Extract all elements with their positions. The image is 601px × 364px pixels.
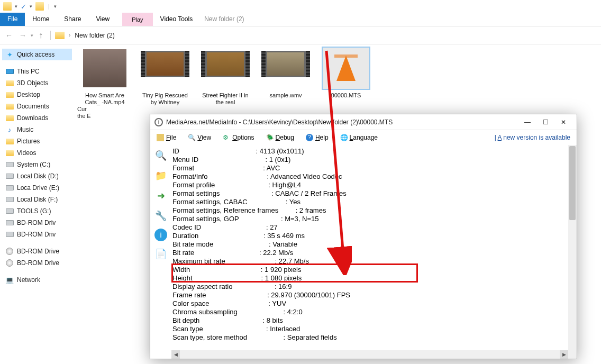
file-item[interactable]: Street Fighter II in the real <box>199 48 252 106</box>
sidebar-item-label: Documents <box>17 103 49 110</box>
breadcrumb-folder-icon[interactable] <box>55 32 65 39</box>
info-row: Format settings, CABAC : Yes <box>172 198 576 206</box>
sidebar-folder-icon[interactable]: 📁 <box>153 168 168 183</box>
sidebar-settings-icon[interactable]: 🔧 <box>153 208 168 223</box>
folder-icon <box>5 114 14 122</box>
info-row: Format : AVC <box>172 164 576 172</box>
sidebar-item[interactable]: Desktop <box>2 89 72 101</box>
sidebar-network[interactable]: 💻 Network <box>2 274 72 286</box>
folder-icon <box>3 2 12 11</box>
menu-language[interactable]: 🌐Language <box>340 134 378 141</box>
sidebar-item[interactable]: BD-ROM Drive <box>2 245 72 257</box>
check-icon[interactable]: ✓ <box>21 3 26 11</box>
scroll-right-button[interactable]: ▶ <box>560 350 568 359</box>
menu-file[interactable]: File <box>157 134 176 141</box>
sidebar-item[interactable]: Videos <box>2 147 72 159</box>
mediainfo-text-pane[interactable]: ID : 4113 (0x1011)Menu ID : 1 (0x1)Forma… <box>171 145 577 359</box>
folder-icon[interactable] <box>35 2 44 11</box>
breadcrumb-chevron[interactable]: › <box>69 32 70 38</box>
file-name: 00000.MTS <box>320 92 372 99</box>
disc-icon <box>5 259 14 267</box>
menu-options[interactable]: ⚙Options <box>223 134 254 141</box>
file-item[interactable]: Tiny Pig Rescued by Whitney <box>139 48 192 106</box>
info-row: Display aspect ratio : 16:9 <box>172 283 576 291</box>
drive-icon <box>5 172 14 180</box>
ribbon: File Home Share View Play Video Tools Ne… <box>0 13 601 26</box>
sidebar-item[interactable]: Pictures <box>2 135 72 147</box>
sidebar-export-icon[interactable]: ➜ <box>153 188 168 203</box>
vlc-cone-icon <box>336 56 356 81</box>
sidebar-search-icon[interactable]: 🔍 <box>153 148 168 163</box>
forward-button[interactable]: → <box>17 29 29 42</box>
scrollbar-vertical[interactable] <box>568 145 577 359</box>
info-row: Scan type : Interlaced <box>172 325 576 333</box>
sidebar-item-label: BD-ROM Drive <box>17 259 59 267</box>
sidebar-item[interactable]: BD-ROM Driv <box>2 229 72 240</box>
sidebar-item[interactable]: Loca Drive (E:) <box>2 182 72 194</box>
contextual-tab-play[interactable]: Play <box>132 16 143 23</box>
menu-debug[interactable]: 🪲Debug <box>266 134 294 141</box>
sidebar-item[interactable]: 3D Objects <box>2 77 72 89</box>
disc-icon <box>5 247 14 256</box>
maximize-button[interactable]: ☐ <box>536 116 554 129</box>
contextual-tab-group: Play <box>122 13 152 26</box>
tab-file[interactable]: File <box>0 13 25 26</box>
breadcrumb-current[interactable]: New folder (2) <box>75 32 114 39</box>
info-row: Codec ID : 27 <box>172 223 576 232</box>
folder-icon <box>5 149 14 157</box>
info-row: Chroma subsampling : 4:2:0 <box>172 308 576 316</box>
info-row: Scan type, store method : Separated fiel… <box>172 333 576 342</box>
scrollbar-thumb[interactable] <box>569 146 576 220</box>
info-row: Bit rate mode : Variable <box>172 240 576 249</box>
sidebar-item[interactable]: Local Disk (D:) <box>2 170 72 182</box>
scrollbar-horizontal[interactable]: ◀ ▶ <box>171 350 568 359</box>
sidebar-item[interactable]: Downloads <box>2 112 72 124</box>
back-button[interactable]: ← <box>3 29 15 42</box>
drive-icon <box>5 195 14 204</box>
sidebar-item-label: 3D Objects <box>17 79 48 87</box>
navigation-pane: ✦ Quick access This PC 3D ObjectsDesktop… <box>0 44 74 364</box>
tab-video-tools[interactable]: Video Tools <box>153 13 201 26</box>
sidebar-item[interactable]: BD-ROM Drive <box>2 257 72 269</box>
sidebar-item[interactable]: Local Disk (F:) <box>2 194 72 205</box>
drive-icon <box>5 207 14 215</box>
scroll-left-button[interactable]: ◀ <box>171 350 180 359</box>
sidebar-item-label: Downloads <box>17 114 48 122</box>
qat-dropdown[interactable]: ▾ <box>15 4 17 9</box>
file-item-selected[interactable]: 00000.MTS <box>320 48 372 99</box>
titlebar[interactable]: i MediaArea.net/MediaInfo - C:\Users\Kev… <box>150 114 577 130</box>
minimize-button[interactable]: — <box>518 116 536 129</box>
tab-home[interactable]: Home <box>25 13 57 26</box>
info-row: Frame rate : 29.970 (30000/1001) FPS <box>172 291 576 299</box>
info-row: Format/Info : Advanced Video Codec <box>172 172 576 181</box>
sidebar-item[interactable]: BD-ROM Driv <box>2 217 72 229</box>
sidebar-item[interactable]: ♪Music <box>2 124 72 135</box>
file-name-overflow: Cur <box>77 106 131 113</box>
drive-icon <box>5 184 14 192</box>
new-version-link[interactable]: A new version is available <box>495 134 570 141</box>
sidebar-item[interactable]: System (C:) <box>2 159 72 170</box>
sidebar-item[interactable]: Documents <box>2 101 72 112</box>
qat-dropdown-3[interactable]: ▾ <box>54 4 57 9</box>
history-dropdown[interactable]: ▾ <box>31 33 33 38</box>
tab-share[interactable]: Share <box>57 13 88 26</box>
qat-dropdown-2[interactable]: ▾ <box>30 4 32 9</box>
sidebar-item-label: Videos <box>17 149 36 157</box>
sidebar-this-pc[interactable]: This PC <box>2 66 72 77</box>
sidebar-item-label: Local Disk (D:) <box>17 172 59 180</box>
file-name: sample.wmv <box>259 92 312 99</box>
file-item[interactable]: How Smart Are Cats_ -NA.mp4 Cur the E <box>78 48 131 120</box>
file-name: Tiny Pig Rescued by Whitney <box>139 92 192 106</box>
file-item[interactable]: sample.wmv <box>259 48 312 99</box>
sidebar-report-icon[interactable]: 📄 <box>153 247 168 261</box>
close-button[interactable]: ✕ <box>554 116 572 129</box>
menu-view[interactable]: 🔍View <box>188 134 211 141</box>
tab-view[interactable]: View <box>88 13 117 26</box>
info-row: Format settings : CABAC / 2 Ref Frames <box>172 189 576 198</box>
menu-help[interactable]: ?Help <box>306 134 329 141</box>
sidebar-item[interactable]: TOOLS (G:) <box>2 205 72 217</box>
sidebar-info-icon[interactable]: i <box>154 229 167 241</box>
sidebar-quick-access[interactable]: ✦ Quick access <box>2 49 72 60</box>
window-title: New folder (2) <box>200 13 248 26</box>
up-button[interactable]: ↑ <box>35 31 46 40</box>
